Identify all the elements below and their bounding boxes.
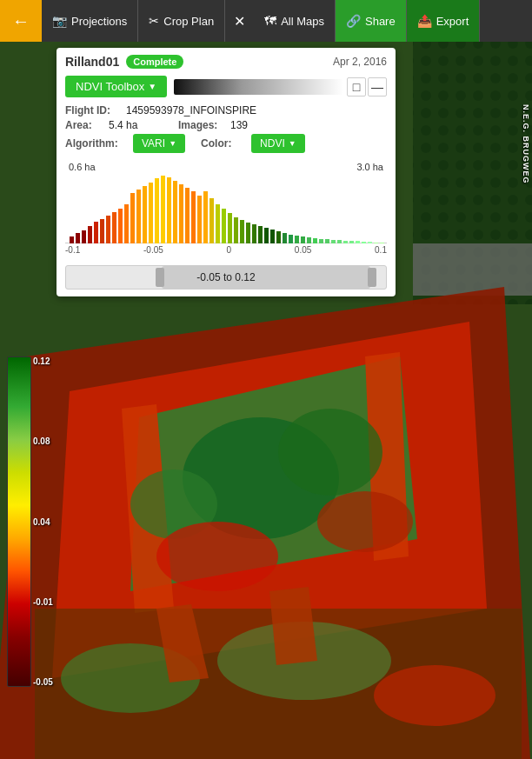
svg-rect-54 — [270, 230, 275, 243]
nav-share-label: Share — [365, 15, 396, 28]
legend-labels: 0.12 0.08 0.04 -0.01 -0.05 — [33, 356, 53, 687]
nav-crop-plan-label: Crop Plan — [163, 15, 214, 28]
nav-export-label: Export — [436, 15, 469, 28]
svg-rect-63 — [325, 239, 329, 243]
range-handle-right[interactable] — [368, 268, 376, 287]
ndvi-toolbox-button[interactable]: NDVI Toolbox ▼ — [65, 76, 167, 97]
all-maps-icon: 🗺 — [264, 14, 276, 28]
navbar: ← 📷 Projections ✂ Crop Plan ✕ 🗺 All Maps… — [0, 0, 532, 42]
svg-rect-29 — [118, 209, 123, 243]
export-icon: 📤 — [417, 14, 432, 28]
flight-id-row: Flight ID: 1459593978_INFOINSPIRE — [65, 104, 387, 117]
svg-rect-47 — [228, 213, 232, 243]
area-images-row: Area: 5.4 ha Images: 139 — [65, 119, 387, 131]
svg-rect-32 — [136, 190, 141, 243]
svg-rect-43 — [203, 191, 208, 243]
svg-rect-70 — [368, 242, 372, 243]
legend-value-1: 0.12 — [33, 356, 53, 366]
svg-rect-23 — [82, 230, 86, 243]
svg-rect-42 — [197, 196, 202, 243]
nav-items: 📷 Projections ✂ Crop Plan ✕ 🗺 All Maps 🔗… — [42, 0, 532, 42]
svg-rect-36 — [161, 176, 165, 243]
color-dropdown[interactable]: NDVI ▼ — [251, 134, 305, 153]
histogram-chart — [65, 174, 387, 243]
gradient-bar-container: □ — — [174, 77, 387, 97]
nav-export[interactable]: 📤 Export — [407, 0, 481, 42]
panel-header: Rilland01 Complete Apr 2, 2016 — [57, 48, 396, 72]
svg-rect-57 — [289, 235, 293, 243]
status-badge: Complete — [126, 55, 183, 69]
algorithm-value: VARI — [142, 137, 165, 150]
svg-rect-53 — [264, 228, 269, 243]
algorithm-dropdown[interactable]: VARI ▼ — [133, 134, 185, 153]
svg-rect-38 — [173, 181, 177, 243]
svg-rect-69 — [362, 242, 366, 243]
color-arrow-icon: ▼ — [289, 139, 296, 148]
toolbox-row: NDVI Toolbox ▼ □ — — [57, 72, 396, 101]
svg-rect-34 — [149, 183, 153, 243]
svg-rect-62 — [319, 239, 323, 243]
svg-rect-39 — [179, 184, 183, 243]
road-label: N.E.G. BRUGWEG — [522, 104, 530, 184]
svg-rect-37 — [167, 177, 171, 243]
nav-crop-plan[interactable]: ✂ Crop Plan — [138, 0, 225, 42]
color-value: NDVI — [260, 137, 285, 150]
x-label-4: 0.05 — [295, 245, 311, 255]
svg-rect-52 — [258, 226, 263, 243]
svg-rect-21 — [70, 236, 74, 243]
nav-all-maps[interactable]: 🗺 All Maps — [254, 0, 336, 42]
area-value: 5.4 ha — [109, 119, 178, 131]
legend-value-3: 0.04 — [33, 517, 53, 527]
histogram-svg — [65, 174, 387, 243]
legend-value-5: -0.05 — [33, 677, 53, 687]
area-label: Area: — [65, 119, 109, 131]
algorithm-color-row: Algorithm: VARI ▼ Color: NDVI ▼ — [65, 134, 387, 153]
range-bar[interactable]: -0.05 to 0.12 — [65, 265, 387, 290]
algorithm-arrow-icon: ▼ — [169, 139, 176, 148]
gradient-plus-button[interactable]: — — [368, 77, 387, 97]
svg-rect-61 — [313, 238, 317, 243]
svg-point-13 — [317, 491, 413, 552]
svg-rect-65 — [337, 240, 342, 243]
panel-title-area: Rilland01 Complete — [65, 55, 183, 69]
svg-rect-72 — [380, 243, 384, 243]
nav-share[interactable]: 🔗 Share — [336, 0, 407, 42]
svg-rect-66 — [343, 241, 348, 243]
svg-rect-3 — [413, 243, 532, 296]
svg-rect-33 — [143, 186, 147, 243]
flight-id-label: Flight ID: — [65, 104, 126, 117]
svg-rect-44 — [209, 198, 214, 243]
images-value: 139 — [230, 119, 248, 131]
svg-rect-51 — [252, 224, 256, 243]
histogram-right-ha: 3.0 ha — [356, 162, 383, 172]
svg-rect-26 — [100, 219, 104, 243]
share-icon: 🔗 — [346, 14, 361, 28]
nav-separator[interactable]: ✕ — [225, 13, 254, 30]
svg-rect-41 — [191, 191, 196, 243]
nav-projections-label: Projections — [71, 15, 127, 28]
svg-rect-24 — [88, 226, 92, 243]
algorithm-label: Algorithm: — [65, 137, 126, 150]
projections-icon: 📷 — [52, 14, 67, 28]
svg-rect-64 — [331, 240, 336, 243]
svg-rect-46 — [222, 209, 226, 243]
svg-rect-25 — [94, 222, 98, 243]
gradient-minus-button[interactable]: □ — [347, 77, 366, 97]
legend-value-2: 0.08 — [33, 436, 53, 446]
svg-rect-59 — [301, 236, 305, 243]
svg-rect-56 — [283, 233, 287, 243]
nav-projections[interactable]: 📷 Projections — [42, 0, 138, 42]
color-legend-bar — [7, 356, 31, 687]
toolbox-arrow-icon: ▼ — [148, 82, 156, 91]
back-arrow-icon: ← — [12, 11, 30, 31]
back-button[interactable]: ← — [0, 0, 42, 42]
svg-rect-28 — [112, 212, 116, 243]
flight-id-value: 1459593978_INFOINSPIRE — [126, 104, 256, 117]
range-handle-left[interactable] — [156, 268, 164, 287]
svg-point-12 — [156, 522, 278, 591]
x-label-3: 0 — [227, 245, 232, 255]
svg-rect-27 — [106, 216, 110, 243]
histogram-ha-labels: 0.6 ha 3.0 ha — [65, 162, 387, 172]
legend-value-4: -0.01 — [33, 597, 53, 607]
svg-rect-60 — [307, 237, 311, 243]
